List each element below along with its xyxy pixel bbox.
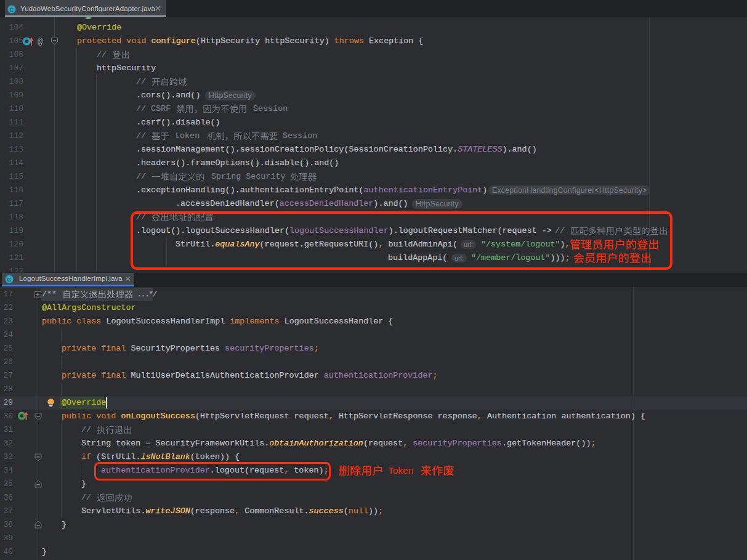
- svg-text:C: C: [7, 276, 12, 283]
- svg-text:C: C: [10, 6, 14, 13]
- svg-text:@: @: [38, 37, 43, 47]
